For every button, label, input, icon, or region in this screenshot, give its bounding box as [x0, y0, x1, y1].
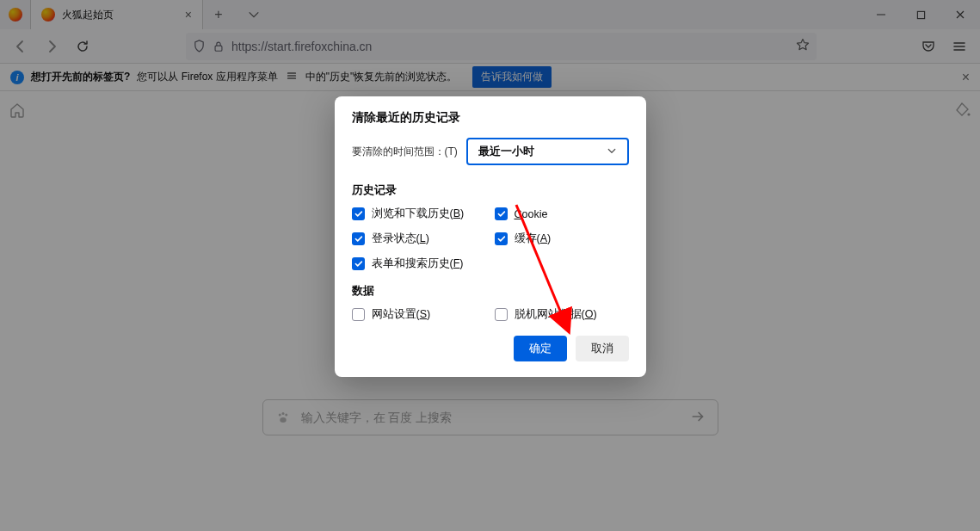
checkbox-offline-site-data[interactable]: 脱机网站数据(O)	[495, 307, 629, 322]
checkbox-label: 脱机网站数据(O)	[515, 307, 597, 322]
history-section-title: 历史记录	[352, 182, 629, 198]
checkbox-icon	[352, 207, 365, 220]
checkbox-cache[interactable]: 缓存(A)	[495, 232, 629, 246]
checkbox-icon	[352, 232, 365, 245]
time-range-select[interactable]: 最近一小时	[466, 138, 629, 165]
checkbox-label: 表单和搜索历史(F)	[372, 256, 464, 271]
checkbox-icon	[495, 308, 508, 321]
ok-button[interactable]: 确定	[514, 336, 567, 361]
clear-history-dialog: 清除最近的历史记录 要清除的时间范围：(T) 最近一小时 历史记录 浏览和下载历…	[335, 96, 646, 377]
chevron-down-icon	[607, 145, 617, 158]
checkbox-browse-download-history[interactable]: 浏览和下载历史(B)	[352, 207, 486, 221]
checkbox-form-search-history[interactable]: 表单和搜索历史(F)	[352, 256, 486, 271]
checkbox-icon	[495, 232, 508, 245]
cancel-button[interactable]: 取消	[576, 336, 629, 361]
checkbox-label: 浏览和下载历史(B)	[372, 207, 465, 221]
checkbox-label: 登录状态(L)	[372, 232, 429, 246]
checkbox-cookie[interactable]: Cookie	[495, 207, 629, 221]
checkbox-label: 网站设置(S)	[372, 307, 431, 322]
checkbox-login-state[interactable]: 登录状态(L)	[352, 232, 486, 246]
data-section-title: 数据	[352, 283, 629, 299]
time-range-value: 最近一小时	[478, 144, 534, 159]
checkbox-icon	[352, 308, 365, 321]
checkbox-label: Cookie	[515, 208, 548, 220]
checkbox-icon	[495, 207, 508, 220]
checkbox-site-settings[interactable]: 网站设置(S)	[352, 307, 486, 322]
checkbox-label: 缓存(A)	[515, 232, 552, 246]
checkbox-icon	[352, 257, 365, 270]
time-range-label: 要清除的时间范围：(T)	[352, 145, 458, 159]
dialog-title: 清除最近的历史记录	[352, 110, 629, 126]
